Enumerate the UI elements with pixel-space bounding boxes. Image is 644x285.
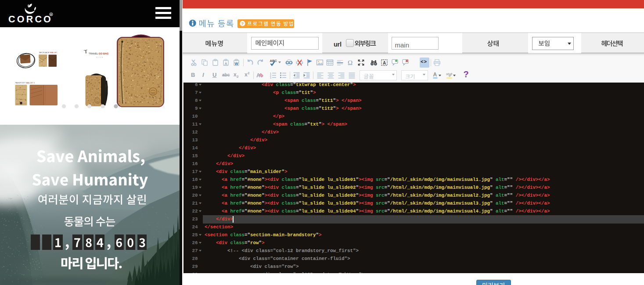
svg-text:3: 3 <box>270 76 271 79</box>
svg-text:A: A <box>383 61 386 65</box>
svg-text:A: A <box>224 61 227 66</box>
svg-text:W: W <box>234 61 238 66</box>
svg-text:PASSPORT WALLET /t: PASSPORT WALLET /t <box>15 82 35 84</box>
svg-text:?: ? <box>241 21 244 26</box>
svg-text:NECKLACE WALLET: NECKLACE WALLET <box>39 51 58 54</box>
svg-text:A: A <box>433 72 437 78</box>
svg-text:Ω: Ω <box>348 59 353 66</box>
svg-text:R: R <box>50 13 52 16</box>
svg-text:TRAVEL GO BAG: TRAVEL GO BAG <box>89 52 108 55</box>
svg-text:S I Z E: S I Z E <box>97 57 103 58</box>
